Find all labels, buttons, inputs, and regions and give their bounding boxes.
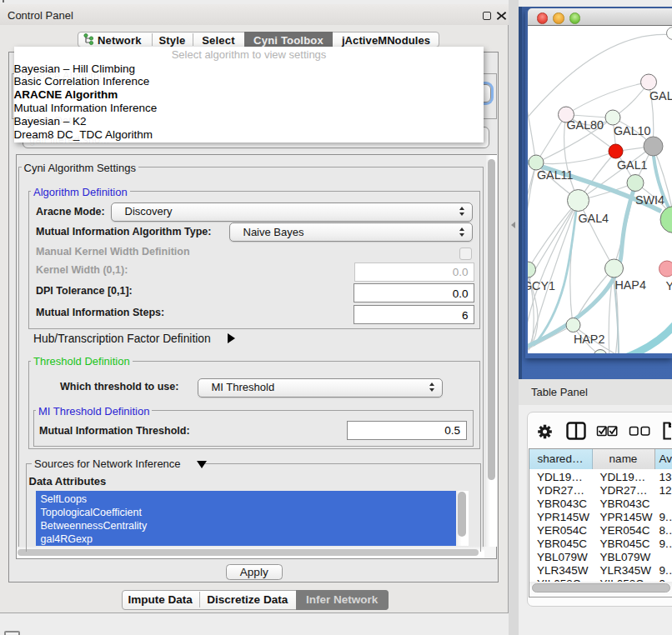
svg-text:SWI4: SWI4 (635, 192, 664, 206)
svg-text:HAP2: HAP2 (574, 332, 604, 345)
svg-text:GAL11: GAL11 (537, 168, 573, 181)
svg-text:GAL4: GAL4 (579, 211, 609, 224)
svg-text:GAL7: GAL7 (649, 88, 672, 102)
svg-text:GAL80: GAL80 (567, 118, 604, 131)
svg-text:GCY1: GCY1 (528, 278, 555, 292)
svg-text:YPL: YPL (666, 278, 672, 292)
svg-text:GAL10: GAL10 (614, 123, 651, 137)
svg-text:HAP4: HAP4 (615, 278, 646, 291)
svg-text:GAL1: GAL1 (617, 158, 648, 171)
